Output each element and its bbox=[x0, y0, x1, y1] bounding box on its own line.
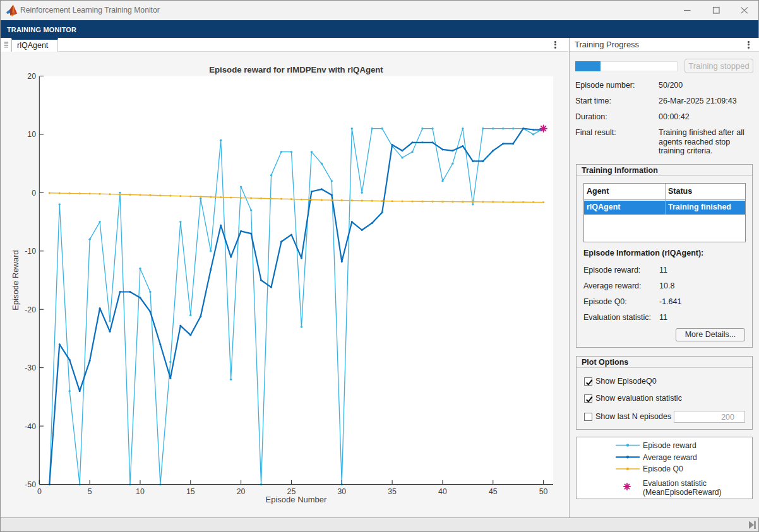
svg-text:Average reward: Average reward bbox=[643, 453, 697, 462]
svg-text:(MeanEpisodeReward): (MeanEpisodeReward) bbox=[643, 488, 722, 497]
svg-text:10: 10 bbox=[27, 130, 36, 139]
svg-text:0: 0 bbox=[32, 189, 36, 198]
svg-text:-50: -50 bbox=[25, 480, 36, 489]
svg-text:Episode reward for rlMDPEnv wi: Episode reward for rlMDPEnv with rlQAgen… bbox=[209, 65, 383, 74]
svg-text:-20: -20 bbox=[25, 305, 36, 314]
svg-text:5: 5 bbox=[88, 487, 92, 496]
svg-text:10: 10 bbox=[136, 487, 145, 496]
svg-text:Episode Number: Episode Number bbox=[266, 495, 327, 504]
svg-text:15: 15 bbox=[186, 487, 195, 496]
svg-text:20: 20 bbox=[27, 72, 36, 81]
svg-text:-30: -30 bbox=[25, 364, 36, 372]
svg-text:45: 45 bbox=[489, 487, 498, 496]
svg-text:Evaluation statistic: Evaluation statistic bbox=[643, 479, 707, 488]
svg-text:35: 35 bbox=[388, 487, 397, 496]
svg-text:0: 0 bbox=[37, 487, 42, 496]
svg-text:Episode reward: Episode reward bbox=[643, 441, 696, 450]
svg-text:Episode Q0: Episode Q0 bbox=[643, 464, 683, 473]
svg-text:Episode Reward: Episode Reward bbox=[11, 250, 20, 310]
svg-text:40: 40 bbox=[438, 487, 447, 496]
svg-text:-10: -10 bbox=[25, 247, 36, 256]
svg-text:20: 20 bbox=[237, 487, 246, 496]
svg-text:50: 50 bbox=[539, 487, 548, 496]
svg-text:-40: -40 bbox=[25, 422, 36, 431]
svg-text:30: 30 bbox=[337, 487, 346, 496]
